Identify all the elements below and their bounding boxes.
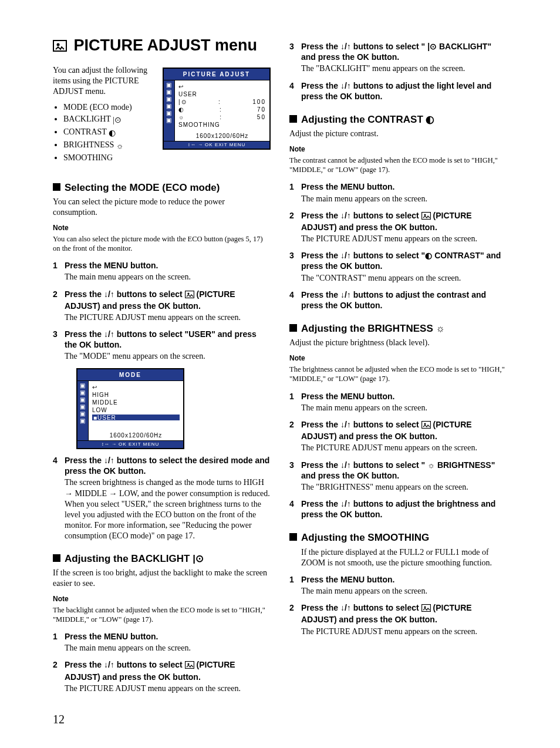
down-up-arrows-icon: ↓/↑ (340, 81, 351, 90)
down-up-arrows-icon: ↓/↑ (340, 460, 351, 470)
contrast-icon: ◐ (426, 114, 434, 125)
step: 4 Press the ↓/↑ buttons to adjust the li… (289, 80, 507, 103)
backlight-icon: |⊙ (427, 42, 437, 51)
down-up-arrows-icon: ↓/↑ (104, 329, 114, 339)
down-up-arrows-icon: ↓/↑ (104, 660, 114, 669)
picture-adjust-icon (53, 38, 72, 55)
down-up-arrows-icon: ↓/↑ (104, 289, 114, 299)
contrast-icon: ◐ (425, 251, 432, 260)
picture-adjust-icon (185, 291, 194, 300)
step: 4 Press the ↓/↑ buttons to adjust the co… (289, 289, 507, 312)
heading-adjust-brightness: Adjusting the BRIGHTNESS ☼ (289, 322, 507, 335)
picture-adjust-icon (185, 661, 194, 670)
picture-adjust-icon (421, 604, 431, 614)
step: 2 Press the ↓/↑ buttons to select (PICTU… (289, 602, 507, 637)
svg-point-5 (187, 663, 189, 665)
picture-adjust-icon (421, 421, 431, 430)
step: 3 Press the ↓/↑ buttons to select "USER"… (53, 329, 271, 362)
brightness-icon: ☼ (116, 141, 124, 150)
step: 1 Press the MENU button.The main menu ap… (289, 574, 507, 597)
backlight-icon: |⊙ (113, 116, 122, 124)
svg-point-3 (187, 292, 189, 294)
down-up-arrows-icon: ↓/↑ (340, 290, 351, 299)
step: 3 Press the ↓/↑ buttons to select " |⊙ B… (289, 41, 507, 75)
down-up-arrows-icon: ↓/↑ (104, 456, 114, 465)
page-title: PICTURE ADJUST menu (53, 35, 271, 57)
down-up-arrows-icon: ↓/↑ (340, 251, 351, 260)
step: 1 Press the MENU button.The main menu ap… (53, 631, 271, 653)
heading-selecting-mode: Selecting the MODE (ECO mode) (53, 181, 271, 194)
heading-adjust-smoothing: Adjusting the SMOOTHING (289, 531, 507, 544)
brightness-icon: ☼ (436, 323, 446, 334)
svg-rect-8 (421, 421, 430, 428)
svg-point-9 (424, 423, 426, 424)
heading-adjust-backlight: Adjusting the BACKLIGHT |⊙ (53, 552, 271, 565)
osd-figure-mode: MODE ▣▣▣▣▣▣ ↩ HIGH MIDDLE LOW ■USER 1600… (76, 368, 271, 449)
osd-figure-picture-adjust: PICTURE ADJUST ▣▣▣▣▣▣ ↩ USER |⊙:100 ◐:70… (163, 65, 271, 156)
page-number: 12 (53, 712, 507, 727)
svg-point-11 (424, 607, 426, 608)
heading-adjust-contrast: Adjusting the CONTRAST ◐ (289, 113, 507, 126)
contrast-icon: ◐ (109, 129, 116, 137)
step: 2 Press the ↓/↑ buttons to select (PICTU… (289, 419, 507, 454)
down-up-arrows-icon: ↓/↑ (340, 211, 351, 220)
step: 2 Press the ↓/↑ buttons to select (PICTU… (289, 210, 507, 245)
down-up-arrows-icon: ↓/↑ (340, 499, 351, 508)
backlight-icon: |⊙ (193, 553, 204, 564)
step: 3 Press the ↓/↑ buttons to select " ☼ BR… (289, 460, 507, 493)
svg-rect-10 (421, 605, 430, 612)
step: 4 Press the ↓/↑ buttons to select the de… (53, 455, 271, 542)
step: 1 Press the MENU button.The main menu ap… (53, 260, 271, 282)
step: 2 Press the ↓/↑ buttons to select (PICTU… (53, 289, 271, 324)
svg-rect-4 (185, 662, 194, 669)
down-up-arrows-icon: ↓/↑ (340, 420, 351, 429)
step: 3 Press the ↓/↑ buttons to select "◐ CON… (289, 250, 507, 284)
svg-rect-0 (53, 41, 66, 51)
svg-point-7 (424, 214, 426, 215)
picture-adjust-icon (421, 212, 431, 221)
svg-point-1 (57, 43, 60, 46)
down-up-arrows-icon: ↓/↑ (340, 42, 351, 51)
svg-rect-6 (421, 212, 430, 219)
step: 2 Press the ↓/↑ buttons to select (PICTU… (53, 659, 271, 694)
svg-rect-2 (185, 291, 194, 298)
step: 4 Press the ↓/↑ buttons to adjust the br… (289, 498, 507, 521)
down-up-arrows-icon: ↓/↑ (340, 603, 351, 612)
brightness-icon: ☼ (427, 460, 435, 470)
step: 1 Press the MENU button.The main menu ap… (289, 181, 507, 204)
step: 1 Press the MENU button.The main menu ap… (289, 391, 507, 413)
